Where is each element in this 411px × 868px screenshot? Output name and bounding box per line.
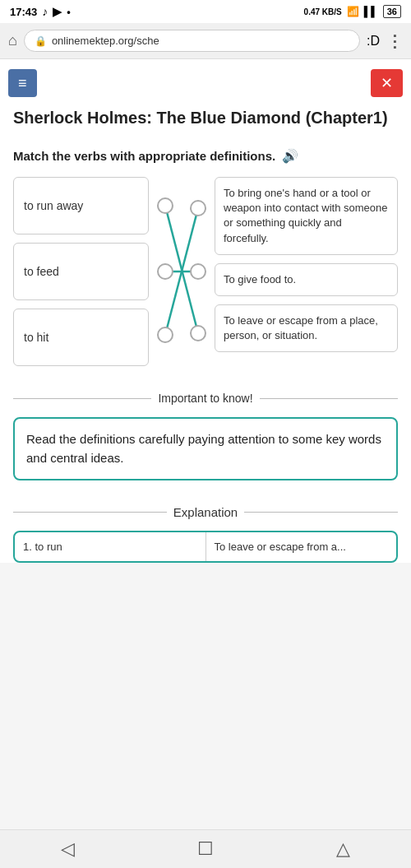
emoji-button[interactable]: :D bbox=[367, 34, 380, 49]
left-item-3: to hit bbox=[13, 309, 149, 366]
dot-icon: • bbox=[67, 6, 71, 18]
table-cell-1: 1. to run bbox=[15, 532, 206, 561]
signal-icon: ▌▌ bbox=[364, 6, 378, 17]
explanation-section: Explanation bbox=[0, 497, 411, 527]
matching-lines-svg bbox=[149, 177, 215, 366]
right-column: To bring one's hand or a tool or weapon … bbox=[215, 177, 398, 366]
youtube-icon: ▶ bbox=[53, 5, 62, 18]
middle-column bbox=[149, 177, 215, 366]
data-speed: 0.47 KB/S bbox=[304, 7, 342, 16]
url-text: onlinemektep.org/sche bbox=[52, 35, 159, 47]
status-left: 17:43 ♪ ▶ • bbox=[10, 5, 71, 18]
speaker-icon[interactable]: 🔊 bbox=[282, 148, 298, 164]
back-button[interactable]: ◁ bbox=[61, 838, 75, 860]
left-item-1: to run away bbox=[13, 177, 149, 234]
info-box-text: Read the definitions carefully paying at… bbox=[26, 432, 381, 465]
left-item-2: to feed bbox=[13, 243, 149, 300]
page-title: Sherlock Holmes: The Blue Diamond (Chapt… bbox=[0, 107, 411, 142]
svg-point-8 bbox=[191, 326, 206, 341]
svg-point-6 bbox=[191, 201, 206, 216]
important-section: Important to know! bbox=[0, 383, 411, 414]
lock-icon: 🔒 bbox=[35, 35, 47, 47]
table-row: 1. to run To leave or escape from a... bbox=[15, 532, 396, 561]
instruction-text: Match the verbs with appropriate definit… bbox=[13, 149, 275, 163]
menu-button[interactable]: ≡ bbox=[8, 69, 37, 97]
svg-point-7 bbox=[191, 264, 206, 279]
table-preview: 1. to run To leave or escape from a... bbox=[13, 531, 398, 563]
left-divider bbox=[13, 398, 151, 399]
wifi-icon: 📶 bbox=[347, 6, 359, 17]
tiktok-icon: ♪ bbox=[42, 5, 48, 18]
browser-bar: ⌂ 🔒 onlinemektep.org/sche :D ⋮ bbox=[0, 23, 411, 59]
explanation-label: Explanation bbox=[173, 505, 238, 519]
time-display: 17:43 bbox=[10, 6, 37, 18]
main-content: ≡ ✕ Sherlock Holmes: The Blue Diamond (C… bbox=[0, 59, 411, 563]
status-bar: 17:43 ♪ ▶ • 0.47 KB/S 📶 ▌▌ 36 bbox=[0, 0, 411, 23]
task-instruction: Match the verbs with appropriate definit… bbox=[0, 142, 411, 177]
right-item-1: To bring one's hand or a tool or weapon … bbox=[215, 177, 398, 255]
matching-exercise: to run away to feed to hit bbox=[0, 177, 411, 366]
explanation-right-line bbox=[244, 512, 398, 513]
right-item-2: To give food to. bbox=[215, 263, 398, 296]
important-label: Important to know! bbox=[158, 391, 252, 406]
home-button[interactable]: ☐ bbox=[197, 838, 214, 860]
status-right: 0.47 KB/S 📶 ▌▌ 36 bbox=[304, 5, 401, 18]
info-box: Read the definitions carefully paying at… bbox=[13, 417, 398, 480]
url-bar[interactable]: 🔒 onlinemektep.org/sche bbox=[24, 30, 360, 52]
svg-point-5 bbox=[158, 327, 173, 342]
right-divider bbox=[260, 398, 398, 399]
svg-point-3 bbox=[158, 198, 173, 213]
explanation-left-line bbox=[13, 512, 167, 513]
home-icon[interactable]: ⌂ bbox=[8, 32, 17, 49]
svg-point-4 bbox=[158, 264, 173, 279]
close-button[interactable]: ✕ bbox=[371, 69, 403, 97]
table-cell-2: To leave or escape from a... bbox=[206, 532, 397, 561]
forward-button[interactable]: △ bbox=[336, 838, 350, 860]
more-options-icon[interactable]: ⋮ bbox=[386, 31, 403, 51]
left-column: to run away to feed to hit bbox=[13, 177, 149, 366]
top-controls: ≡ ✕ bbox=[0, 59, 411, 107]
right-item-3: To leave or escape from a place, person,… bbox=[215, 304, 398, 352]
bottom-navigation: ◁ ☐ △ bbox=[0, 829, 411, 868]
battery-icon: 36 bbox=[383, 5, 401, 18]
